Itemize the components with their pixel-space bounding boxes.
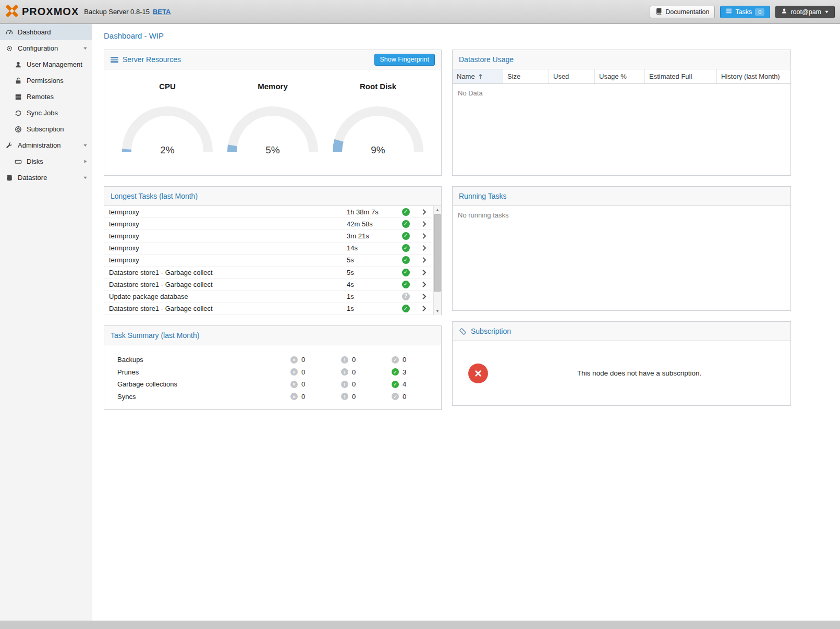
task-row[interactable]: Datastore store1 - Garbage collect4s✓ <box>104 279 433 291</box>
sidebar-item-disks[interactable]: Disks <box>0 153 92 170</box>
top-header: PROXMOX Backup Server 0.8-15 BETA Docume… <box>0 0 840 24</box>
task-row[interactable]: termproxy1h 38m 7s✓ <box>104 206 433 218</box>
sidebar-item-label: Remotes <box>27 93 54 101</box>
task-row[interactable]: Datastore store1 - Garbage collect5s✓ <box>104 267 433 279</box>
running-tasks-title: Running Tasks <box>459 192 507 200</box>
count-value: 0 <box>301 393 305 401</box>
count-value: 0 <box>352 356 356 364</box>
chevron-right-icon[interactable] <box>415 281 433 288</box>
column-header-used[interactable]: Used <box>549 69 595 83</box>
wrench-icon <box>5 142 13 149</box>
chevron-right-icon[interactable] <box>415 233 433 239</box>
beta-link[interactable]: BETA <box>153 8 171 16</box>
subscription-title: Subscription <box>471 327 511 335</box>
task-row[interactable]: termproxy14s✓ <box>104 243 433 255</box>
chevron-right-icon[interactable] <box>415 209 433 215</box>
caret-down-icon <box>83 46 88 51</box>
caret-down-icon <box>824 9 829 14</box>
bars-icon <box>111 56 118 63</box>
sidebar-item-subscription[interactable]: Subscription <box>0 121 92 137</box>
ok-status-icon: ✓ <box>402 256 410 264</box>
chevron-right-icon[interactable] <box>415 245 433 251</box>
horizontal-scrollbar[interactable] <box>0 621 840 629</box>
right-column: Datastore Usage NameSizeUsedUsage %Estim… <box>452 50 791 416</box>
show-fingerprint-button[interactable]: Show Fingerprint <box>374 54 435 66</box>
page-title: Dashboard - WIP <box>92 24 840 45</box>
user-menu-button[interactable]: root@pam <box>775 6 835 18</box>
vertical-scrollbar[interactable]: ▲ ▼ <box>433 206 441 315</box>
sidebar-item-dashboard[interactable]: Dashboard <box>0 24 92 40</box>
sidebar-item-permissions[interactable]: Permissions <box>0 72 92 89</box>
gauge-label: Root Disk <box>328 82 428 91</box>
column-header-usage-[interactable]: Usage % <box>595 69 645 83</box>
documentation-button[interactable]: Documentation <box>650 6 715 18</box>
tasks-count-badge: 0 <box>755 8 764 16</box>
gauge-memory: Memory5% <box>223 82 322 156</box>
summary-row-prunes: Prunes×0!0✓3 <box>104 366 441 379</box>
chevron-right-icon[interactable] <box>415 293 433 300</box>
chevron-right-icon[interactable] <box>415 257 433 263</box>
tasks-button[interactable]: Tasks 0 <box>720 6 770 18</box>
unlock-icon <box>14 77 22 84</box>
sidebar-item-sync-jobs[interactable]: Sync Jobs <box>0 105 92 121</box>
task-name: Datastore store1 - Garbage collect <box>109 305 347 312</box>
task-summary-panel: Task Summary (last Month) Backups×0!0✓0P… <box>104 325 442 410</box>
scrollbar-thumb[interactable] <box>434 214 441 292</box>
summary-row-syncs: Syncs×0!0✓0 <box>104 391 441 403</box>
datastore-usage-header: Datastore Usage <box>453 50 790 69</box>
column-header-estimated-full[interactable]: Estimated Full <box>645 69 717 83</box>
topbar-actions: Documentation Tasks 0 root@pam <box>650 6 835 18</box>
sidebar-item-configuration[interactable]: Configuration <box>0 40 92 56</box>
longest-tasks-header: Longest Tasks (last Month) <box>104 187 441 206</box>
chevron-right-icon[interactable] <box>415 221 433 227</box>
gauge-root-disk: Root Disk9% <box>328 82 428 156</box>
task-name: termproxy <box>109 244 347 252</box>
task-summary-rows: Backups×0!0✓0Prunes×0!0✓3Garbage collect… <box>104 345 441 403</box>
sidebar-item-datastore[interactable]: Datastore <box>0 170 92 186</box>
scroll-down-icon[interactable]: ▼ <box>434 307 441 315</box>
column-header-history-last-month-[interactable]: History (last Month) <box>717 69 790 83</box>
documentation-label: Documentation <box>665 8 709 16</box>
datastore-usage-title: Datastore Usage <box>459 55 514 64</box>
book-icon <box>655 8 662 16</box>
tasks-label: Tasks <box>735 8 752 16</box>
task-name: termproxy <box>109 232 347 240</box>
task-name: termproxy <box>109 220 347 228</box>
sidebar-item-label: Configuration <box>18 44 58 52</box>
task-row[interactable]: Update package database1s? <box>104 291 433 303</box>
task-duration: 5s <box>347 269 397 276</box>
task-duration: 5s <box>347 256 397 264</box>
check-circle-icon: ✓ <box>392 368 399 376</box>
tachometer-icon <box>5 29 13 36</box>
summary-label: Syncs <box>117 393 290 401</box>
task-row[interactable]: termproxy42m 58s✓ <box>104 218 433 230</box>
server-resources-panel: Server Resources Show Fingerprint CPU2%M… <box>104 50 442 176</box>
disk-icon <box>14 158 22 165</box>
chevron-right-icon[interactable] <box>415 269 433 276</box>
summary-row-backups: Backups×0!0✓0 <box>104 354 441 366</box>
scroll-up-icon[interactable]: ▲ <box>434 206 441 214</box>
check-circle-icon: ✓ <box>392 356 399 364</box>
sidebar-item-administration[interactable]: Administration <box>0 137 92 153</box>
ok-status-icon: ✓ <box>402 305 410 312</box>
sidebar-item-label: Administration <box>18 141 60 149</box>
check-circle-icon: ✓ <box>392 381 399 388</box>
task-duration: 1h 38m 7s <box>347 208 397 216</box>
left-column: Server Resources Show Fingerprint CPU2%M… <box>104 50 442 420</box>
warning-circle-icon: ! <box>341 356 348 364</box>
summary-label: Backups <box>117 356 290 364</box>
sidebar-item-user-management[interactable]: User Management <box>0 56 92 72</box>
warning-circle-icon: ! <box>341 368 348 376</box>
count-value: 3 <box>403 368 406 376</box>
column-header-name[interactable]: Name <box>453 69 503 83</box>
sidebar-item-label: Dashboard <box>18 28 51 36</box>
task-row[interactable]: Datastore store1 - Garbage collect1s✓ <box>104 303 433 315</box>
task-row[interactable]: termproxy5s✓ <box>104 255 433 267</box>
column-header-size[interactable]: Size <box>503 69 549 83</box>
user-name: root@pam <box>790 8 821 16</box>
task-summary-header: Task Summary (last Month) <box>104 326 441 345</box>
sidebar-item-remotes[interactable]: Remotes <box>0 89 92 105</box>
sidebar-nav: DashboardConfigurationUser ManagementPer… <box>0 24 92 621</box>
chevron-right-icon[interactable] <box>415 305 433 312</box>
task-row[interactable]: termproxy3m 21s✓ <box>104 230 433 242</box>
